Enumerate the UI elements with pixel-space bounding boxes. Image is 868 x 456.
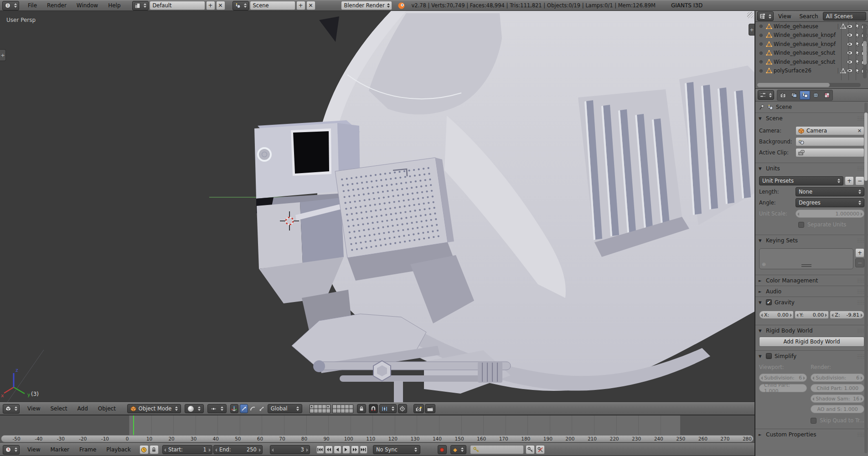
menu-timeline-view[interactable]: View: [22, 446, 45, 453]
3d-viewport[interactable]: x y z User Persp (3) + +: [0, 11, 754, 402]
angle-select[interactable]: Degrees: [796, 198, 864, 207]
menu-timeline-playback[interactable]: Playback: [101, 446, 136, 453]
timeline-canvas[interactable]: -50-40-30-20-100102030405060708090100110…: [0, 415, 754, 443]
expand-icon[interactable]: ⊕: [759, 41, 765, 46]
sync-mode-select[interactable]: No Sync: [373, 445, 420, 454]
expand-icon[interactable]: ⊕: [759, 68, 765, 73]
manipulator-translate-button[interactable]: [240, 404, 248, 413]
tab-world[interactable]: [811, 91, 821, 100]
menu-view3d-select[interactable]: Select: [45, 405, 72, 412]
editor-type-outliner-button[interactable]: [757, 11, 774, 21]
frame-start-field[interactable]: Start:1: [162, 445, 212, 454]
next-keyframe-button[interactable]: [351, 446, 359, 454]
visibility-eye-icon[interactable]: [847, 68, 853, 73]
layers-widget[interactable]: [310, 405, 353, 413]
render-engine-select[interactable]: Blender Render: [341, 1, 392, 10]
unit-presets-select[interactable]: Unit Presets: [759, 176, 843, 185]
render-animation-button[interactable]: [425, 404, 435, 413]
timeline-ruler[interactable]: -50-40-30-20-100102030405060708090100110…: [1, 435, 754, 442]
menu-timeline-frame[interactable]: Frame: [74, 446, 101, 453]
visibility-eye-icon[interactable]: [847, 51, 853, 55]
panel-color-management-header[interactable]: ►Color Management::::::::: [755, 275, 868, 286]
lock-range-button[interactable]: [150, 445, 159, 454]
separate-units-checkbox[interactable]: [798, 222, 804, 228]
tab-render[interactable]: [778, 91, 788, 100]
panel-audio-header[interactable]: ►Audio::::::::: [755, 286, 868, 297]
manipulator-rotate-button[interactable]: [249, 404, 257, 413]
panel-simplify-header[interactable]: ▼ Simplify::::::::: [755, 351, 868, 361]
visibility-eye-icon[interactable]: [847, 60, 853, 64]
jump-to-start-button[interactable]: [316, 446, 324, 454]
add-keying-set-button[interactable]: +: [855, 248, 864, 257]
expand-icon[interactable]: ⊕: [759, 59, 765, 64]
keying-sets-list[interactable]: ⊕: [759, 248, 853, 269]
snap-element-select[interactable]: [379, 404, 397, 413]
panel-units-header[interactable]: ▼Units::::::::: [755, 163, 868, 174]
editor-type-timeline-button[interactable]: [3, 445, 20, 455]
tab-render-layers[interactable]: [789, 91, 799, 100]
snap-toggle-button[interactable]: [369, 404, 378, 413]
outliner-item[interactable]: ⊕ Winde_gehaeuse_knopf |: [755, 40, 868, 49]
length-select[interactable]: None: [796, 187, 864, 196]
gravity-y-field[interactable]: Y:0.00: [795, 311, 829, 319]
add-layout-button[interactable]: +: [206, 1, 215, 10]
panel-scene-header[interactable]: ▼Scene::::::::: [755, 113, 868, 123]
frame-end-field[interactable]: End:250: [213, 445, 263, 454]
timeline-current-frame-line[interactable]: [133, 415, 134, 436]
menu-render[interactable]: Render: [42, 2, 72, 9]
outliner-item[interactable]: ⊕ Winde_gehaeuse_knopf |: [755, 31, 868, 40]
auto-keying-mode-select[interactable]: ◆: [450, 445, 466, 454]
panel-rigid-body-header[interactable]: ▼Rigid Body World::::::::: [755, 325, 868, 336]
outliner-horizontal-scrollbar[interactable]: [757, 83, 861, 87]
panel-keying-sets-header[interactable]: ▼Keying Sets::::::::: [755, 235, 868, 246]
panel-custom-properties-header[interactable]: ►Custom Properties::::::::: [755, 429, 868, 440]
scene-name-field[interactable]: Scene: [250, 1, 295, 10]
render-subdivision-field[interactable]: Subdivision:6: [811, 374, 864, 382]
outliner-item[interactable]: ⊕ Winde_gehaeuse_schut |: [755, 57, 868, 67]
panel-gravity-header[interactable]: ▼ ✔ Gravity::::::::: [755, 297, 868, 307]
menu-view3d-object[interactable]: Object: [93, 405, 121, 412]
current-frame-field[interactable]: 3: [270, 445, 310, 454]
layout-browse-button[interactable]: [132, 1, 149, 10]
viewport-subdivision-field[interactable]: Subdivision:6: [759, 374, 807, 382]
active-keying-set-field[interactable]: [470, 445, 524, 454]
tab-scene[interactable]: [800, 91, 810, 100]
add-scene-button[interactable]: +: [296, 1, 305, 10]
editor-type-properties-button[interactable]: [758, 90, 774, 100]
menu-window[interactable]: Window: [72, 2, 103, 9]
editor-type-view3d-button[interactable]: [3, 404, 20, 414]
clear-camera-icon[interactable]: ✕: [858, 128, 862, 134]
expand-icon[interactable]: ⊕: [759, 51, 765, 56]
menu-file[interactable]: File: [23, 2, 42, 9]
outliner-item[interactable]: ⊕ Winde_gehaeuse |: [755, 22, 868, 31]
lock-to-scene-button[interactable]: [357, 404, 366, 413]
outliner-menu-view[interactable]: View: [775, 13, 795, 20]
manipulator-toggle-button[interactable]: [230, 404, 238, 413]
visibility-eye-icon[interactable]: [847, 33, 853, 37]
outliner-item[interactable]: ⊕ polySurface26 |: [755, 67, 868, 76]
outliner-menu-search[interactable]: Search: [796, 13, 822, 20]
preview-range-clock-button[interactable]: [140, 445, 149, 454]
simplify-checkbox[interactable]: [766, 353, 772, 359]
delete-keyframe-button[interactable]: [536, 445, 545, 454]
background-scene-field[interactable]: [796, 137, 864, 146]
visibility-eye-icon[interactable]: [847, 42, 853, 46]
pivot-point-select[interactable]: [207, 404, 227, 413]
camera-field[interactable]: Camera ✕: [796, 126, 864, 135]
viewport-child-particles-field[interactable]: Child Part: 1.000: [759, 384, 807, 392]
transform-orientation-select[interactable]: Global: [268, 404, 302, 413]
auto-keyframe-record-button[interactable]: [438, 445, 447, 454]
render-child-particles-field[interactable]: Child Part: 1.000: [811, 384, 864, 392]
add-rigid-body-world-button[interactable]: Add Rigid Body World: [759, 337, 864, 347]
outliner-vertical-scrollbar[interactable]: [863, 24, 867, 78]
remove-keying-set-button[interactable]: −: [855, 258, 864, 267]
prev-keyframe-button[interactable]: [325, 446, 333, 454]
layers-grid-right[interactable]: [332, 405, 353, 413]
render-still-button[interactable]: [413, 404, 424, 413]
play-button[interactable]: [342, 446, 350, 454]
play-reverse-button[interactable]: [334, 446, 341, 454]
outliner-item[interactable]: ⊕ Winde_gehaeuse_schut |: [755, 49, 868, 58]
properties-vertical-scrollbar[interactable]: [864, 102, 868, 453]
expand-icon[interactable]: ⊕: [759, 24, 765, 29]
add-preset-button[interactable]: +: [845, 176, 854, 185]
